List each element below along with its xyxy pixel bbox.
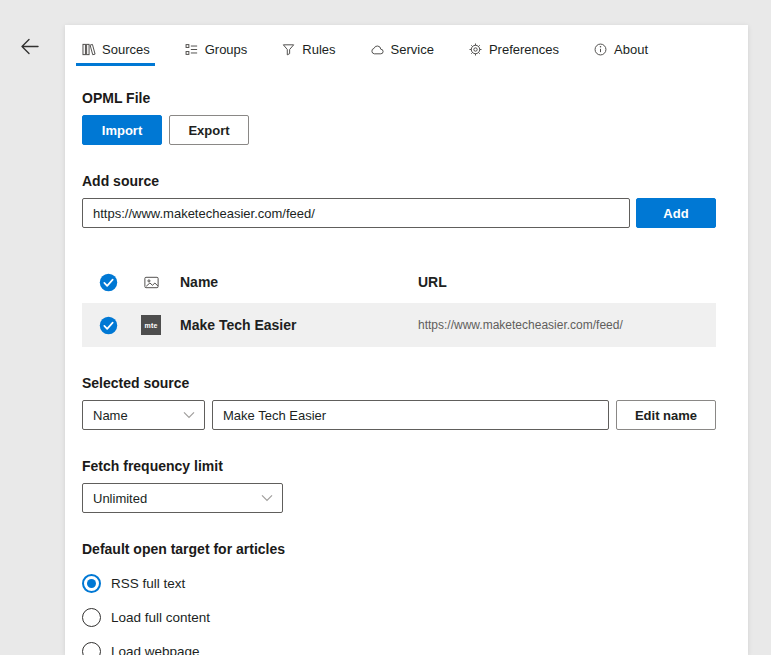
radio-label: Load webpage (111, 644, 200, 655)
table-header: Name URL (82, 261, 716, 303)
selected-source-label: Selected source (82, 375, 716, 391)
add-source-input[interactable] (82, 198, 630, 228)
preferences-icon (468, 42, 483, 57)
field-dropdown[interactable]: Name (82, 400, 205, 430)
about-icon (593, 42, 608, 57)
tab-label: Sources (102, 42, 150, 57)
source-row[interactable]: mte Make Tech Easier https://www.maketec… (82, 303, 716, 347)
add-source-row: Add (82, 198, 716, 228)
back-arrow-icon (20, 38, 39, 55)
open-target-label: Default open target for articles (82, 541, 716, 557)
radio-rss-full-text[interactable]: RSS full text (82, 566, 716, 600)
sources-icon (81, 42, 96, 57)
tab-label: Service (391, 42, 434, 57)
sources-table: Name URL mte Make Tech Easier https:/ (82, 261, 716, 347)
opml-heading: OPML File (82, 90, 716, 106)
selected-source-row: Name Edit name (82, 400, 716, 430)
open-target-options: RSS full text Load full content Load web… (82, 566, 716, 655)
add-button[interactable]: Add (636, 198, 716, 228)
opml-buttons: Import Export (82, 115, 716, 145)
fetch-frequency-value: Unlimited (93, 491, 147, 506)
radio-circle (82, 642, 101, 655)
tab-label: Rules (302, 42, 335, 57)
favicon-column-icon (134, 274, 168, 291)
fetch-frequency-label: Fetch frequency limit (82, 458, 716, 474)
tab-rules[interactable]: Rules (276, 37, 340, 66)
import-button[interactable]: Import (82, 115, 162, 145)
tab-sources[interactable]: Sources (76, 37, 155, 66)
tab-bar: Sources Groups Rules (65, 25, 748, 66)
settings-panel: Sources Groups Rules (65, 25, 748, 655)
tab-label: About (614, 42, 648, 57)
source-url: https://www.maketecheasier.com/feed/ (418, 318, 716, 332)
rules-icon (281, 42, 296, 57)
select-all-checkbox[interactable] (99, 273, 118, 292)
tab-label: Preferences (489, 42, 559, 57)
tab-preferences[interactable]: Preferences (463, 37, 564, 66)
radio-load-webpage[interactable]: Load webpage (82, 634, 716, 655)
field-dropdown-value: Name (93, 408, 128, 423)
chevron-down-icon (261, 494, 273, 502)
source-name: Make Tech Easier (168, 317, 418, 333)
tab-label: Groups (205, 42, 248, 57)
site-favicon: mte (141, 315, 161, 335)
radio-label: RSS full text (111, 576, 185, 591)
tab-about[interactable]: About (588, 37, 653, 66)
radio-circle (82, 608, 101, 627)
fetch-frequency-dropdown[interactable]: Unlimited (82, 483, 283, 513)
tab-groups[interactable]: Groups (179, 37, 253, 66)
export-button[interactable]: Export (169, 115, 249, 145)
tab-service[interactable]: Service (365, 37, 439, 66)
settings-content: OPML File Import Export Add source Add (65, 66, 748, 655)
chevron-down-icon (183, 411, 195, 419)
column-header-name[interactable]: Name (168, 274, 418, 290)
groups-icon (184, 42, 199, 57)
service-icon (370, 42, 385, 57)
column-header-url[interactable]: URL (418, 274, 716, 290)
row-checkbox[interactable] (99, 316, 118, 335)
radio-circle (82, 574, 101, 593)
radio-label: Load full content (111, 610, 210, 625)
radio-load-full-content[interactable]: Load full content (82, 600, 716, 634)
back-button[interactable] (16, 33, 42, 59)
edit-name-button[interactable]: Edit name (616, 400, 716, 430)
source-name-input[interactable] (212, 400, 609, 430)
add-source-label: Add source (82, 173, 716, 189)
